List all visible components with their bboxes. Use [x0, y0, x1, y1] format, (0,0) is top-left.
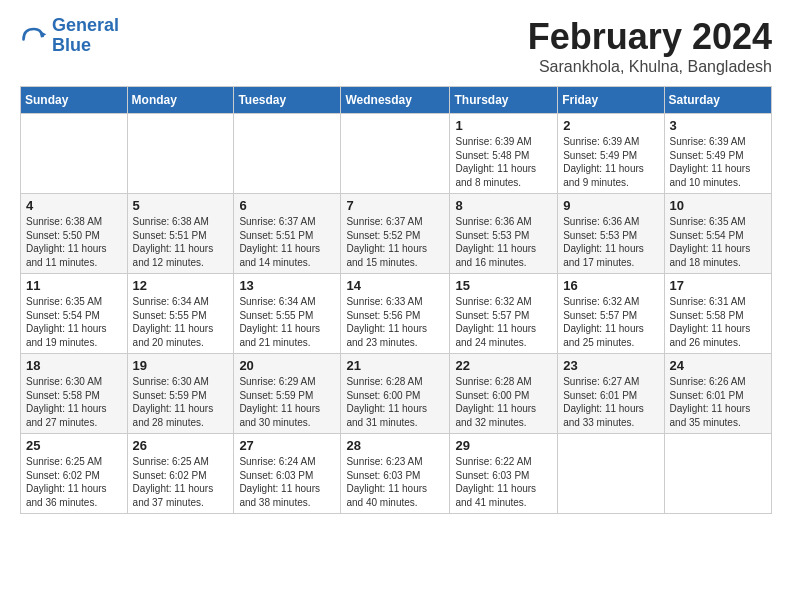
calendar-cell: 8Sunrise: 6:36 AM Sunset: 5:53 PM Daylig… [450, 194, 558, 274]
day-number: 29 [455, 438, 552, 453]
calendar-body: 1Sunrise: 6:39 AM Sunset: 5:48 PM Daylig… [21, 114, 772, 514]
day-number: 25 [26, 438, 122, 453]
calendar-cell: 5Sunrise: 6:38 AM Sunset: 5:51 PM Daylig… [127, 194, 234, 274]
day-number: 16 [563, 278, 658, 293]
day-of-week-header: Tuesday [234, 87, 341, 114]
cell-content: Sunrise: 6:33 AM Sunset: 5:56 PM Dayligh… [346, 295, 444, 349]
cell-content: Sunrise: 6:32 AM Sunset: 5:57 PM Dayligh… [455, 295, 552, 349]
cell-content: Sunrise: 6:25 AM Sunset: 6:02 PM Dayligh… [133, 455, 229, 509]
day-number: 1 [455, 118, 552, 133]
calendar-cell: 7Sunrise: 6:37 AM Sunset: 5:52 PM Daylig… [341, 194, 450, 274]
calendar-cell: 2Sunrise: 6:39 AM Sunset: 5:49 PM Daylig… [558, 114, 664, 194]
cell-content: Sunrise: 6:24 AM Sunset: 6:03 PM Dayligh… [239, 455, 335, 509]
logo-text: General Blue [52, 16, 119, 56]
day-number: 15 [455, 278, 552, 293]
calendar-cell: 17Sunrise: 6:31 AM Sunset: 5:58 PM Dayli… [664, 274, 771, 354]
cell-content: Sunrise: 6:36 AM Sunset: 5:53 PM Dayligh… [455, 215, 552, 269]
calendar-cell: 28Sunrise: 6:23 AM Sunset: 6:03 PM Dayli… [341, 434, 450, 514]
title-area: February 2024 Sarankhola, Khulna, Bangla… [528, 16, 772, 76]
cell-content: Sunrise: 6:35 AM Sunset: 5:54 PM Dayligh… [26, 295, 122, 349]
calendar-cell: 1Sunrise: 6:39 AM Sunset: 5:48 PM Daylig… [450, 114, 558, 194]
calendar-header-row: SundayMondayTuesdayWednesdayThursdayFrid… [21, 87, 772, 114]
day-number: 4 [26, 198, 122, 213]
day-number: 22 [455, 358, 552, 373]
calendar-cell: 9Sunrise: 6:36 AM Sunset: 5:53 PM Daylig… [558, 194, 664, 274]
calendar-week-row: 11Sunrise: 6:35 AM Sunset: 5:54 PM Dayli… [21, 274, 772, 354]
cell-content: Sunrise: 6:39 AM Sunset: 5:49 PM Dayligh… [563, 135, 658, 189]
logo-icon [20, 22, 48, 50]
day-number: 2 [563, 118, 658, 133]
calendar-cell: 27Sunrise: 6:24 AM Sunset: 6:03 PM Dayli… [234, 434, 341, 514]
calendar-week-row: 18Sunrise: 6:30 AM Sunset: 5:58 PM Dayli… [21, 354, 772, 434]
cell-content: Sunrise: 6:29 AM Sunset: 5:59 PM Dayligh… [239, 375, 335, 429]
logo-line2: Blue [52, 35, 91, 55]
day-of-week-header: Saturday [664, 87, 771, 114]
cell-content: Sunrise: 6:32 AM Sunset: 5:57 PM Dayligh… [563, 295, 658, 349]
header: General Blue February 2024 Sarankhola, K… [20, 16, 772, 76]
cell-content: Sunrise: 6:34 AM Sunset: 5:55 PM Dayligh… [133, 295, 229, 349]
day-number: 11 [26, 278, 122, 293]
calendar-cell: 15Sunrise: 6:32 AM Sunset: 5:57 PM Dayli… [450, 274, 558, 354]
day-number: 7 [346, 198, 444, 213]
cell-content: Sunrise: 6:35 AM Sunset: 5:54 PM Dayligh… [670, 215, 766, 269]
day-number: 12 [133, 278, 229, 293]
cell-content: Sunrise: 6:30 AM Sunset: 5:59 PM Dayligh… [133, 375, 229, 429]
calendar-cell [341, 114, 450, 194]
calendar-cell [234, 114, 341, 194]
calendar-cell: 10Sunrise: 6:35 AM Sunset: 5:54 PM Dayli… [664, 194, 771, 274]
month-title: February 2024 [528, 16, 772, 58]
calendar-week-row: 25Sunrise: 6:25 AM Sunset: 6:02 PM Dayli… [21, 434, 772, 514]
day-number: 23 [563, 358, 658, 373]
day-of-week-header: Friday [558, 87, 664, 114]
calendar-cell: 16Sunrise: 6:32 AM Sunset: 5:57 PM Dayli… [558, 274, 664, 354]
day-number: 20 [239, 358, 335, 373]
calendar-cell: 23Sunrise: 6:27 AM Sunset: 6:01 PM Dayli… [558, 354, 664, 434]
calendar-week-row: 1Sunrise: 6:39 AM Sunset: 5:48 PM Daylig… [21, 114, 772, 194]
cell-content: Sunrise: 6:27 AM Sunset: 6:01 PM Dayligh… [563, 375, 658, 429]
day-number: 21 [346, 358, 444, 373]
day-of-week-header: Sunday [21, 87, 128, 114]
calendar-cell: 18Sunrise: 6:30 AM Sunset: 5:58 PM Dayli… [21, 354, 128, 434]
calendar-cell: 24Sunrise: 6:26 AM Sunset: 6:01 PM Dayli… [664, 354, 771, 434]
calendar-cell [21, 114, 128, 194]
cell-content: Sunrise: 6:28 AM Sunset: 6:00 PM Dayligh… [346, 375, 444, 429]
cell-content: Sunrise: 6:37 AM Sunset: 5:51 PM Dayligh… [239, 215, 335, 269]
calendar-cell: 26Sunrise: 6:25 AM Sunset: 6:02 PM Dayli… [127, 434, 234, 514]
cell-content: Sunrise: 6:26 AM Sunset: 6:01 PM Dayligh… [670, 375, 766, 429]
cell-content: Sunrise: 6:39 AM Sunset: 5:49 PM Dayligh… [670, 135, 766, 189]
day-number: 9 [563, 198, 658, 213]
calendar-cell: 4Sunrise: 6:38 AM Sunset: 5:50 PM Daylig… [21, 194, 128, 274]
cell-content: Sunrise: 6:38 AM Sunset: 5:50 PM Dayligh… [26, 215, 122, 269]
calendar-cell: 22Sunrise: 6:28 AM Sunset: 6:00 PM Dayli… [450, 354, 558, 434]
calendar-cell: 19Sunrise: 6:30 AM Sunset: 5:59 PM Dayli… [127, 354, 234, 434]
cell-content: Sunrise: 6:28 AM Sunset: 6:00 PM Dayligh… [455, 375, 552, 429]
day-of-week-header: Wednesday [341, 87, 450, 114]
cell-content: Sunrise: 6:22 AM Sunset: 6:03 PM Dayligh… [455, 455, 552, 509]
calendar-cell: 11Sunrise: 6:35 AM Sunset: 5:54 PM Dayli… [21, 274, 128, 354]
calendar-cell: 20Sunrise: 6:29 AM Sunset: 5:59 PM Dayli… [234, 354, 341, 434]
cell-content: Sunrise: 6:23 AM Sunset: 6:03 PM Dayligh… [346, 455, 444, 509]
cell-content: Sunrise: 6:36 AM Sunset: 5:53 PM Dayligh… [563, 215, 658, 269]
day-number: 18 [26, 358, 122, 373]
day-number: 13 [239, 278, 335, 293]
day-number: 5 [133, 198, 229, 213]
cell-content: Sunrise: 6:31 AM Sunset: 5:58 PM Dayligh… [670, 295, 766, 349]
cell-content: Sunrise: 6:25 AM Sunset: 6:02 PM Dayligh… [26, 455, 122, 509]
calendar-cell: 25Sunrise: 6:25 AM Sunset: 6:02 PM Dayli… [21, 434, 128, 514]
day-number: 27 [239, 438, 335, 453]
day-number: 14 [346, 278, 444, 293]
calendar-cell: 21Sunrise: 6:28 AM Sunset: 6:00 PM Dayli… [341, 354, 450, 434]
calendar-cell: 6Sunrise: 6:37 AM Sunset: 5:51 PM Daylig… [234, 194, 341, 274]
logo: General Blue [20, 16, 119, 56]
logo-line1: General [52, 15, 119, 35]
day-number: 8 [455, 198, 552, 213]
cell-content: Sunrise: 6:37 AM Sunset: 5:52 PM Dayligh… [346, 215, 444, 269]
cell-content: Sunrise: 6:34 AM Sunset: 5:55 PM Dayligh… [239, 295, 335, 349]
calendar-cell [558, 434, 664, 514]
day-of-week-header: Monday [127, 87, 234, 114]
calendar-cell: 14Sunrise: 6:33 AM Sunset: 5:56 PM Dayli… [341, 274, 450, 354]
day-of-week-header: Thursday [450, 87, 558, 114]
calendar-cell [127, 114, 234, 194]
cell-content: Sunrise: 6:38 AM Sunset: 5:51 PM Dayligh… [133, 215, 229, 269]
calendar-cell: 13Sunrise: 6:34 AM Sunset: 5:55 PM Dayli… [234, 274, 341, 354]
